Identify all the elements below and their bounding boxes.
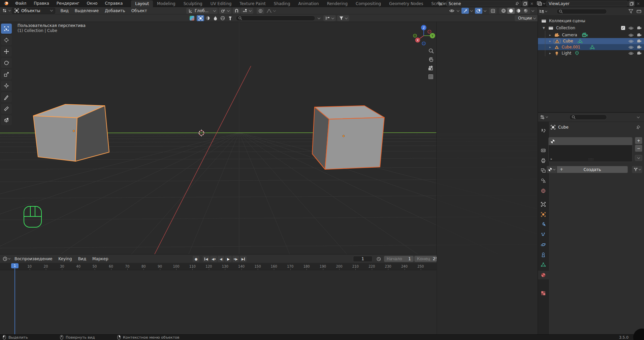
viewport-menu-2[interactable]: Добавить: [102, 8, 128, 13]
workspace-tab-animation[interactable]: Animation: [294, 0, 323, 7]
snap-toggle-button[interactable]: [233, 8, 240, 14]
viewport-menu-0[interactable]: Вид: [57, 8, 71, 13]
record-button[interactable]: ●: [193, 256, 199, 262]
properties-tab-world[interactable]: [538, 186, 549, 195]
viewport-menu-1[interactable]: Выделение: [72, 8, 102, 13]
view-layer-icon[interactable]: [537, 1, 545, 6]
viewport-zoom-button[interactable]: [426, 46, 435, 55]
slot-list-grip[interactable]: ::::: [588, 158, 594, 161]
properties-tab-render[interactable]: [538, 146, 549, 155]
playhead-badge[interactable]: 1: [11, 263, 19, 268]
tool-add-cube-button[interactable]: [1, 115, 12, 125]
tool-scale-button[interactable]: [1, 69, 12, 79]
disable-render-toggle[interactable]: [637, 33, 642, 37]
topbar-menu-справка[interactable]: Справка: [101, 0, 126, 7]
object-visibility-button[interactable]: [448, 8, 455, 14]
timeline-menu-2[interactable]: Вид: [75, 257, 89, 261]
hide-eye-toggle[interactable]: [629, 52, 634, 55]
properties-tab-tool[interactable]: [538, 127, 549, 135]
outliner-row-scene-collection[interactable]: Коллекция сцены: [538, 18, 644, 24]
properties-tab-output[interactable]: [538, 156, 549, 165]
tool-select-box-button[interactable]: [1, 24, 12, 34]
shading-material-button[interactable]: [515, 8, 522, 14]
play-button[interactable]: ▶: [225, 256, 232, 262]
pin-icon[interactable]: [515, 2, 519, 6]
outliner-filter-icon[interactable]: [629, 9, 633, 13]
hide-eye-toggle[interactable]: [629, 39, 634, 43]
blender-logo-icon[interactable]: [3, 1, 9, 6]
select-mode-new-button[interactable]: [197, 15, 204, 21]
pin-icon[interactable]: [636, 125, 640, 130]
view-layer-remove-button[interactable]: ×: [635, 1, 641, 6]
timeline-menu-1[interactable]: Keying: [55, 257, 75, 261]
timeline-menu-0[interactable]: Воспроизведение: [11, 257, 55, 261]
workspace-tab-compositing[interactable]: Compositing: [352, 0, 385, 7]
workspace-tab-shading[interactable]: Shading: [270, 0, 294, 7]
tool-rotate-button[interactable]: [1, 58, 12, 68]
properties-tab-constraints[interactable]: [538, 250, 549, 259]
disclosure-triangle[interactable]: ▸: [549, 33, 551, 37]
xray-toggle-button[interactable]: [489, 8, 496, 14]
shading-wireframe-button[interactable]: [500, 8, 507, 14]
workspace-tab-rendering[interactable]: Rendering: [323, 0, 352, 7]
next-keyframe-button[interactable]: ▶: [232, 256, 239, 262]
navigation-gizmo[interactable]: Z Y X: [412, 23, 436, 47]
viewport-menu-3[interactable]: Объект: [128, 8, 150, 13]
jump-to-end-button[interactable]: ▶: [240, 256, 247, 262]
view-layer-name-field[interactable]: ViewLayer: [546, 1, 628, 6]
outliner-search-input[interactable]: [556, 9, 607, 14]
show-overlays-button[interactable]: [475, 8, 482, 14]
tool-cursor-3d-button[interactable]: [1, 35, 12, 45]
viewport-camera-view-button[interactable]: [426, 64, 435, 72]
remove-slot-button[interactable]: −: [635, 145, 642, 152]
outliner-row-cube-001[interactable]: ▸Cube.001: [538, 44, 644, 50]
tool-annotate-button[interactable]: [1, 92, 12, 102]
scene-copy-button[interactable]: [522, 1, 528, 6]
disclosure-triangle[interactable]: ▼: [543, 26, 545, 30]
play-reverse-button[interactable]: ◀: [218, 256, 224, 262]
properties-tab-texture[interactable]: [538, 289, 549, 298]
shading-rendered-button[interactable]: [522, 8, 529, 14]
show-gizmo-button[interactable]: [461, 8, 469, 14]
filter-dropdown[interactable]: [337, 15, 349, 21]
shading-solid-button[interactable]: [507, 8, 515, 14]
topbar-menu-окно[interactable]: Окно: [83, 0, 101, 7]
orientation-dropdown[interactable]: Глоб...: [186, 8, 218, 14]
playhead-line[interactable]: [14, 268, 15, 334]
scene-icon[interactable]: [437, 1, 445, 6]
outliner-row-camera[interactable]: ▸Camera: [538, 32, 644, 38]
disable-render-toggle[interactable]: [637, 52, 642, 55]
disable-render-toggle[interactable]: [637, 45, 642, 49]
timeline-channel-area[interactable]: [0, 270, 437, 334]
select-mode-invert-button[interactable]: [219, 15, 226, 21]
slot-specials-button[interactable]: [635, 155, 642, 161]
editor-type-button[interactable]: [3, 8, 10, 13]
use-preview-range-button[interactable]: [375, 256, 382, 262]
workspace-tab-layout[interactable]: Layout: [131, 0, 153, 7]
properties-tab-material[interactable]: [538, 271, 549, 279]
collection-checkbox[interactable]: ✓: [621, 26, 625, 30]
tool-search-input[interactable]: [236, 15, 315, 21]
filter-type-dropdown[interactable]: [323, 15, 336, 21]
scene-unlink-button[interactable]: ×: [529, 1, 535, 6]
outliner-row-light[interactable]: ▸Light: [538, 50, 644, 56]
proportional-falloff-dropdown[interactable]: [264, 8, 278, 14]
add-slot-button[interactable]: +: [635, 137, 642, 144]
viewport-3d[interactable]: Пользовательская перспектива (1) Collect…: [0, 22, 538, 254]
topbar-menu-рендеринг[interactable]: Рендеринг: [53, 0, 83, 7]
properties-tab-modifiers[interactable]: [538, 220, 549, 229]
properties-editor-icon[interactable]: [540, 115, 545, 120]
snap-target-dropdown[interactable]: [240, 8, 253, 14]
select-mode-extend-button[interactable]: [204, 15, 212, 21]
outliner-row-collection[interactable]: ▼Collection✓: [538, 25, 644, 31]
timeline-menu-3[interactable]: Маркер: [89, 257, 111, 261]
proportional-editing-button[interactable]: [257, 8, 264, 14]
disclosure-triangle[interactable]: ▸: [549, 52, 551, 55]
material-slot-row[interactable]: [549, 137, 632, 145]
workspace-tab-modeling[interactable]: Modeling: [153, 0, 180, 7]
new-material-button[interactable]: + Создать: [557, 166, 628, 173]
viewport-move-view-button[interactable]: [426, 55, 435, 64]
properties-tab-scene[interactable]: [538, 176, 549, 185]
hide-eye-toggle[interactable]: [629, 45, 634, 49]
material-nodes-button[interactable]: [632, 166, 642, 173]
